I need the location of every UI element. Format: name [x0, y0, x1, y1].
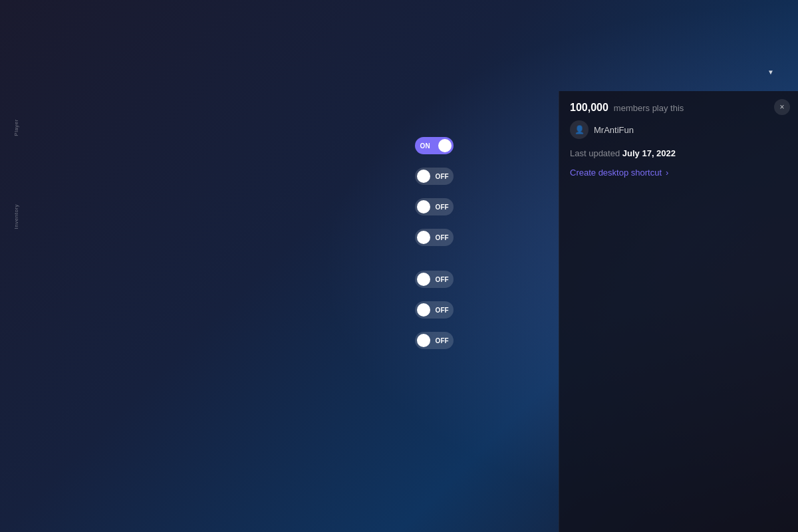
toggle-label-gems: OFF: [436, 276, 449, 283]
close-panel-button[interactable]: ×: [774, 99, 790, 115]
sidebar-label-player: Player: [13, 119, 19, 136]
toggle-label-musou: OFF: [436, 173, 449, 180]
shortcut-arrow-icon: ›: [666, 168, 668, 178]
creator-avatar-icon: 👤: [575, 125, 585, 134]
toggle-knob-gauge: [417, 200, 430, 213]
toggle-knob-tickets: [417, 334, 430, 347]
toggle-knob-health: [438, 139, 452, 152]
toggle-knob-battle-time: [417, 231, 430, 244]
toggle-gauge[interactable]: OFF: [415, 198, 454, 215]
app-container: W 🔍 Home My games Explore Creators W WeM…: [0, 0, 798, 532]
right-info-panel: × 100,000 members play this 👤 MrAntiFun …: [559, 91, 798, 532]
creator-avatar: 👤: [570, 120, 589, 139]
toggle-label-tickets: OFF: [436, 337, 449, 344]
toggle-label-health: ON: [420, 142, 430, 150]
toggle-knob-gems: [417, 273, 430, 286]
toggle-musou[interactable]: OFF: [415, 168, 454, 185]
members-row: 100,000 members play this: [570, 102, 787, 114]
sidebar-label-inventory: Inventory: [13, 204, 19, 229]
toggle-tickets[interactable]: OFF: [415, 332, 454, 349]
last-updated-row: Last updated July 17, 2022: [570, 148, 787, 158]
toggle-battle-time[interactable]: OFF: [415, 229, 454, 246]
toggle-crystals[interactable]: OFF: [415, 301, 454, 319]
toggle-label-gauge: OFF: [436, 203, 449, 211]
creator-row: 👤 MrAntiFun: [570, 120, 787, 139]
members-label: members play this: [614, 103, 684, 113]
chevron-down-icon: ▼: [767, 68, 774, 76]
create-shortcut-link[interactable]: Create desktop shortcut ›: [570, 168, 787, 178]
toggle-label-crystals: OFF: [436, 307, 449, 314]
members-count: 100,000: [570, 102, 608, 114]
shortcut-label: Create desktop shortcut: [570, 168, 662, 178]
toggle-knob-crystals: [417, 303, 430, 317]
toggle-label-battle-time: OFF: [436, 234, 449, 241]
toggle-gems[interactable]: OFF: [415, 271, 454, 288]
toggle-knob-musou: [417, 170, 430, 183]
toggle-health[interactable]: ON: [415, 137, 454, 154]
last-updated-label: Last updated: [570, 148, 620, 158]
last-updated-date-value: July 17, 2022: [622, 148, 676, 158]
creator-name: MrAntiFun: [594, 125, 634, 135]
